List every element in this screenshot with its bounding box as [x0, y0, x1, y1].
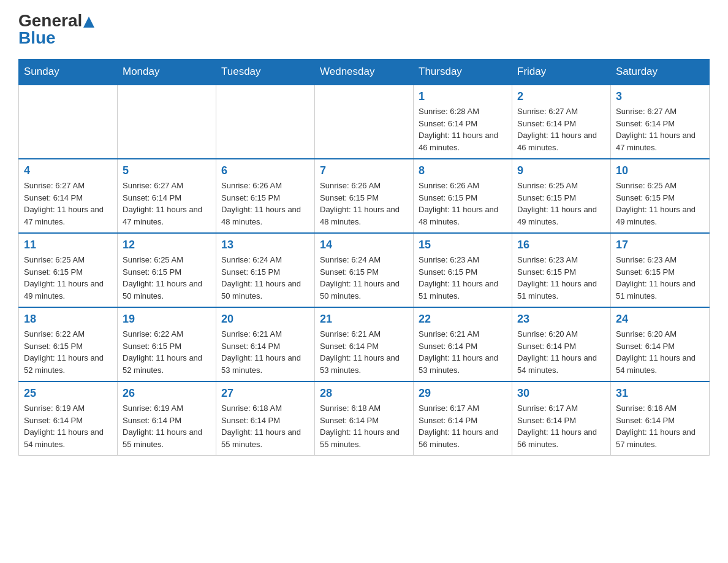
day-number: 13 — [221, 239, 309, 251]
day-info: Sunrise: 6:23 AM Sunset: 6:15 PM Dayligh… — [616, 254, 704, 302]
day-info: Sunrise: 6:28 AM Sunset: 6:14 PM Dayligh… — [419, 105, 507, 153]
day-info: Sunrise: 6:21 AM Sunset: 6:14 PM Dayligh… — [221, 328, 309, 376]
weekday-header-sunday: Sunday — [19, 59, 118, 85]
day-number: 28 — [320, 387, 408, 400]
calendar-cell: 5Sunrise: 6:27 AM Sunset: 6:14 PM Daylig… — [118, 159, 216, 233]
day-number: 31 — [616, 387, 704, 400]
logo: General Blue — [18, 12, 94, 47]
calendar-cell: 4Sunrise: 6:27 AM Sunset: 6:14 PM Daylig… — [19, 159, 118, 233]
calendar-cell — [216, 85, 315, 159]
calendar-cell: 31Sunrise: 6:16 AM Sunset: 6:14 PM Dayli… — [611, 381, 710, 456]
day-info: Sunrise: 6:16 AM Sunset: 6:14 PM Dayligh… — [616, 402, 704, 450]
day-info: Sunrise: 6:21 AM Sunset: 6:14 PM Dayligh… — [419, 328, 507, 376]
day-number: 25 — [24, 387, 112, 400]
day-info: Sunrise: 6:22 AM Sunset: 6:15 PM Dayligh… — [123, 328, 211, 376]
weekday-header-wednesday: Wednesday — [315, 59, 414, 85]
day-number: 1 — [419, 90, 507, 103]
calendar-cell: 10Sunrise: 6:25 AM Sunset: 6:15 PM Dayli… — [611, 159, 710, 233]
svg-marker-0 — [83, 17, 94, 28]
day-number: 27 — [221, 387, 309, 400]
week-row-2: 4Sunrise: 6:27 AM Sunset: 6:14 PM Daylig… — [19, 159, 710, 233]
day-info: Sunrise: 6:21 AM Sunset: 6:14 PM Dayligh… — [320, 328, 408, 376]
calendar-cell — [118, 85, 216, 159]
day-number: 6 — [221, 164, 309, 177]
day-info: Sunrise: 6:27 AM Sunset: 6:14 PM Dayligh… — [517, 105, 605, 153]
calendar-cell: 6Sunrise: 6:26 AM Sunset: 6:15 PM Daylig… — [216, 159, 315, 233]
week-row-1: 1Sunrise: 6:28 AM Sunset: 6:14 PM Daylig… — [19, 85, 710, 159]
calendar-cell: 25Sunrise: 6:19 AM Sunset: 6:14 PM Dayli… — [19, 381, 118, 456]
day-number: 17 — [616, 239, 704, 251]
page-header: General Blue — [18, 12, 710, 47]
logo-general-text: General — [18, 12, 94, 29]
day-number: 26 — [123, 387, 211, 400]
day-info: Sunrise: 6:19 AM Sunset: 6:14 PM Dayligh… — [24, 402, 112, 450]
day-number: 16 — [517, 239, 605, 251]
day-info: Sunrise: 6:17 AM Sunset: 6:14 PM Dayligh… — [517, 402, 605, 450]
day-info: Sunrise: 6:25 AM Sunset: 6:15 PM Dayligh… — [123, 254, 211, 302]
calendar-cell: 11Sunrise: 6:25 AM Sunset: 6:15 PM Dayli… — [19, 233, 118, 307]
day-info: Sunrise: 6:26 AM Sunset: 6:15 PM Dayligh… — [320, 180, 408, 228]
day-info: Sunrise: 6:27 AM Sunset: 6:14 PM Dayligh… — [123, 180, 211, 228]
day-number: 3 — [616, 90, 704, 103]
day-number: 14 — [320, 239, 408, 251]
calendar-cell: 7Sunrise: 6:26 AM Sunset: 6:15 PM Daylig… — [315, 159, 414, 233]
week-row-4: 18Sunrise: 6:22 AM Sunset: 6:15 PM Dayli… — [19, 307, 710, 381]
day-info: Sunrise: 6:25 AM Sunset: 6:15 PM Dayligh… — [517, 180, 605, 228]
calendar-cell: 24Sunrise: 6:20 AM Sunset: 6:14 PM Dayli… — [611, 307, 710, 381]
week-row-3: 11Sunrise: 6:25 AM Sunset: 6:15 PM Dayli… — [19, 233, 710, 307]
calendar-cell: 30Sunrise: 6:17 AM Sunset: 6:14 PM Dayli… — [512, 381, 611, 456]
calendar-cell: 1Sunrise: 6:28 AM Sunset: 6:14 PM Daylig… — [414, 85, 512, 159]
calendar-cell: 16Sunrise: 6:23 AM Sunset: 6:15 PM Dayli… — [512, 233, 611, 307]
day-info: Sunrise: 6:27 AM Sunset: 6:14 PM Dayligh… — [24, 180, 112, 228]
day-number: 29 — [419, 387, 507, 400]
calendar-cell: 22Sunrise: 6:21 AM Sunset: 6:14 PM Dayli… — [414, 307, 512, 381]
day-number: 7 — [320, 164, 408, 177]
day-info: Sunrise: 6:23 AM Sunset: 6:15 PM Dayligh… — [517, 254, 605, 302]
week-row-5: 25Sunrise: 6:19 AM Sunset: 6:14 PM Dayli… — [19, 381, 710, 456]
calendar-cell: 18Sunrise: 6:22 AM Sunset: 6:15 PM Dayli… — [19, 307, 118, 381]
calendar-cell: 26Sunrise: 6:19 AM Sunset: 6:14 PM Dayli… — [118, 381, 216, 456]
day-number: 9 — [517, 164, 605, 177]
day-info: Sunrise: 6:17 AM Sunset: 6:14 PM Dayligh… — [419, 402, 507, 450]
calendar-cell: 19Sunrise: 6:22 AM Sunset: 6:15 PM Dayli… — [118, 307, 216, 381]
calendar-cell: 2Sunrise: 6:27 AM Sunset: 6:14 PM Daylig… — [512, 85, 611, 159]
calendar-cell: 27Sunrise: 6:18 AM Sunset: 6:14 PM Dayli… — [216, 381, 315, 456]
day-info: Sunrise: 6:22 AM Sunset: 6:15 PM Dayligh… — [24, 328, 112, 376]
weekday-header-monday: Monday — [118, 59, 216, 85]
weekday-header-thursday: Thursday — [414, 59, 512, 85]
day-info: Sunrise: 6:27 AM Sunset: 6:14 PM Dayligh… — [616, 105, 704, 153]
day-info: Sunrise: 6:25 AM Sunset: 6:15 PM Dayligh… — [616, 180, 704, 228]
day-number: 18 — [24, 313, 112, 326]
weekday-header-saturday: Saturday — [611, 59, 710, 85]
calendar-cell: 15Sunrise: 6:23 AM Sunset: 6:15 PM Dayli… — [414, 233, 512, 307]
calendar-cell — [19, 85, 118, 159]
day-number: 4 — [24, 164, 112, 177]
day-number: 22 — [419, 313, 507, 326]
day-number: 8 — [419, 164, 507, 177]
day-number: 10 — [616, 164, 704, 177]
calendar-cell — [315, 85, 414, 159]
calendar-cell: 12Sunrise: 6:25 AM Sunset: 6:15 PM Dayli… — [118, 233, 216, 307]
calendar-cell: 8Sunrise: 6:26 AM Sunset: 6:15 PM Daylig… — [414, 159, 512, 233]
day-number: 21 — [320, 313, 408, 326]
day-info: Sunrise: 6:18 AM Sunset: 6:14 PM Dayligh… — [221, 402, 309, 450]
calendar-cell: 28Sunrise: 6:18 AM Sunset: 6:14 PM Dayli… — [315, 381, 414, 456]
day-number: 20 — [221, 313, 309, 326]
day-info: Sunrise: 6:24 AM Sunset: 6:15 PM Dayligh… — [221, 254, 309, 302]
calendar-cell: 29Sunrise: 6:17 AM Sunset: 6:14 PM Dayli… — [414, 381, 512, 456]
logo-blue-text: Blue — [18, 29, 56, 47]
day-info: Sunrise: 6:26 AM Sunset: 6:15 PM Dayligh… — [221, 180, 309, 228]
weekday-header-friday: Friday — [512, 59, 611, 85]
weekday-header-tuesday: Tuesday — [216, 59, 315, 85]
day-info: Sunrise: 6:20 AM Sunset: 6:14 PM Dayligh… — [616, 328, 704, 376]
calendar-cell: 17Sunrise: 6:23 AM Sunset: 6:15 PM Dayli… — [611, 233, 710, 307]
day-info: Sunrise: 6:24 AM Sunset: 6:15 PM Dayligh… — [320, 254, 408, 302]
day-number: 19 — [123, 313, 211, 326]
day-number: 15 — [419, 239, 507, 251]
day-info: Sunrise: 6:18 AM Sunset: 6:14 PM Dayligh… — [320, 402, 408, 450]
calendar-cell: 9Sunrise: 6:25 AM Sunset: 6:15 PM Daylig… — [512, 159, 611, 233]
day-number: 24 — [616, 313, 704, 326]
day-number: 2 — [517, 90, 605, 103]
day-number: 23 — [517, 313, 605, 326]
calendar-table: SundayMondayTuesdayWednesdayThursdayFrid… — [18, 59, 710, 456]
